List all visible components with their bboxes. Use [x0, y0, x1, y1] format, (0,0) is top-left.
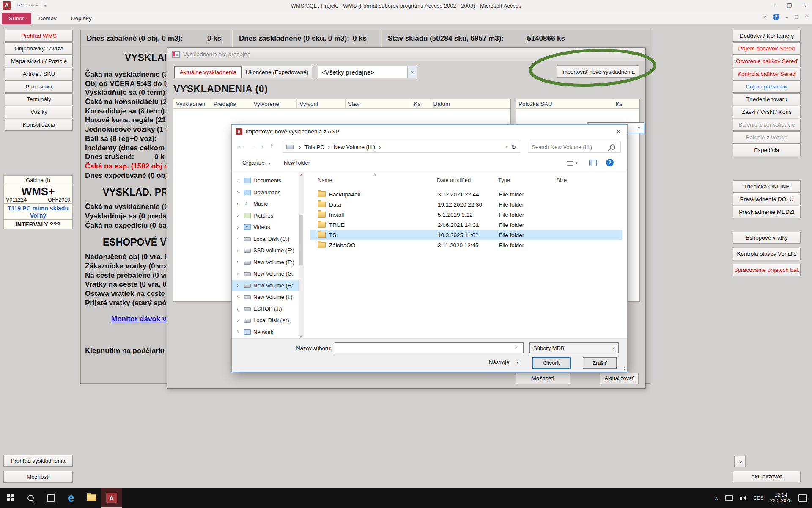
tree-item[interactable]: › ESHOP (J:) — [232, 303, 299, 315]
expand-chevron-icon[interactable]: › — [237, 318, 243, 323]
tree-item[interactable]: › Local Disk (C:) — [232, 233, 299, 245]
sidebar-action-button[interactable]: Triedička ONLINE — [733, 180, 801, 193]
child-restore-icon[interactable]: ❐ — [795, 14, 799, 20]
refresh-icon[interactable]: ↻ — [511, 144, 516, 150]
close-button[interactable]: × — [803, 3, 806, 9]
sidebar-action-button[interactable]: Príjem presunov — [733, 80, 801, 93]
tree-item[interactable]: › New Volume (H: — [232, 280, 299, 292]
expand-chevron-icon[interactable]: › — [237, 294, 243, 300]
sidebar-item[interactable]: Artikle / SKU — [5, 68, 73, 80]
column-date-modified[interactable]: Date modified — [437, 177, 498, 183]
display-icon[interactable] — [725, 495, 733, 501]
expand-chevron-icon[interactable]: › — [237, 306, 243, 312]
sidebar-action-button[interactable]: Kontrola stavov Venalio — [733, 248, 801, 260]
start-button[interactable] — [0, 488, 20, 508]
tab-aktualne-vyskladnenia[interactable]: Aktuálne vyskladnenia — [174, 66, 242, 78]
status-line[interactable]: Monitor dávok vy — [111, 315, 166, 323]
clock[interactable]: 12:14 22.3.2025 — [770, 492, 792, 503]
preview-pane-icon[interactable] — [589, 160, 597, 166]
ribbon-collapse-icon[interactable]: ˅ — [763, 14, 766, 19]
sort-ascending-icon[interactable]: ˄ — [373, 172, 376, 177]
overview-vyskladnenia-button[interactable]: Prehľad vyskladnenia — [3, 455, 73, 467]
up-icon[interactable]: ↑ — [270, 142, 273, 150]
tab-ukoncene-expedovane[interactable]: Ukončené (Expedované) — [242, 66, 312, 78]
chevron-down-icon[interactable]: ˅ — [407, 66, 417, 78]
expand-chevron-icon[interactable]: › — [237, 271, 243, 277]
expand-chevron-icon[interactable]: ˅ — [237, 329, 243, 335]
fil ename-input[interactable] — [335, 342, 524, 353]
expand-chevron-icon[interactable]: › — [237, 248, 243, 254]
scroll-down-icon[interactable]: ˅ — [300, 334, 302, 338]
sidebar-action-button[interactable]: Spracovanie prijatých bal. — [733, 264, 801, 276]
filetype-select[interactable]: Súbory MDB ˅ — [529, 342, 619, 353]
sidebar-action-button[interactable]: Príjem dodávok Sereď — [733, 42, 801, 55]
dialog-close-icon[interactable]: × — [637, 51, 640, 58]
hidden-icons-chevron[interactable]: ∧ — [715, 495, 718, 501]
expand-chevron-icon[interactable]: › — [237, 224, 243, 230]
dialog-titlebar[interactable]: Vyskladnenia pre predajne × — [167, 48, 645, 61]
tools-button[interactable]: Nástroje ▾ — [489, 359, 518, 365]
stat-value[interactable]: 5140866 ks — [527, 34, 565, 43]
column-type[interactable]: Type — [498, 177, 556, 183]
forward-icon[interactable]: → — [250, 142, 257, 150]
view-mode-dropdown-icon[interactable]: ▾ — [576, 161, 578, 165]
column-name[interactable]: Name — [310, 177, 437, 183]
sidebar-action-button[interactable]: Kontrola balíkov Sereď — [733, 68, 801, 80]
stat-value[interactable]: 0 ks — [353, 34, 367, 43]
tree-item[interactable]: › New Volume (G: — [232, 268, 299, 280]
notification-center-icon[interactable] — [798, 494, 807, 502]
open-button[interactable]: Otvoriť — [532, 357, 571, 369]
column-header[interactable]: Vyskladnen — [173, 99, 211, 108]
column-header[interactable]: Predajňa — [211, 99, 251, 108]
child-close-icon[interactable]: × — [805, 14, 808, 19]
new-folder-button[interactable]: New folder — [284, 160, 310, 166]
file-dialog-titlebar[interactable]: A Importovať nové vyskladnenia z ANP × — [232, 125, 627, 138]
expand-chevron-icon[interactable]: › — [237, 213, 243, 218]
language-indicator[interactable]: CES — [753, 495, 763, 500]
breadcrumb-new-volume-h[interactable]: New Volume (H:) — [334, 144, 375, 150]
tree-item[interactable]: ˅ Network — [232, 326, 299, 338]
help-icon[interactable]: ? — [773, 14, 779, 20]
tree-item[interactable]: › SSD volume (E:) — [232, 245, 299, 257]
tree-item[interactable]: › Downloads — [232, 187, 299, 199]
tree-item[interactable]: › Local Disk (X:) — [232, 315, 299, 326]
store-filter-select[interactable]: <Všetky predajne> ˅ — [318, 66, 417, 78]
refresh-button-right[interactable]: Aktualizovať — [733, 471, 801, 482]
column-header[interactable]: Stav — [346, 99, 411, 108]
sidebar-action-button[interactable]: Preskladnenie DOLU — [733, 193, 801, 205]
expand-chevron-icon[interactable]: › — [237, 236, 243, 242]
sidebar-action-button[interactable]: Balenie z vozíka — [733, 131, 801, 144]
sidebar-action-button[interactable]: Otvorenie balíkov Sereď — [733, 55, 801, 67]
file-row[interactable]: Backupa4all 3.12.2021 22:44 File folder — [310, 189, 622, 199]
tree-item[interactable]: › Documents — [232, 175, 299, 187]
import-vyskladnenia-button[interactable]: Importovať nové vyskladnenia — [557, 65, 639, 78]
sidebar-item[interactable]: Konsolidácia — [5, 119, 73, 131]
sidebar-action-button[interactable]: Eshopové vratky — [733, 232, 801, 244]
refresh-button-dialog[interactable]: Aktualizovať — [600, 373, 639, 384]
file-row[interactable]: TRUE 24.6.2021 14:31 File folder — [310, 220, 622, 230]
back-icon[interactable]: ← — [237, 142, 244, 150]
cancel-button[interactable]: Zrušiť — [583, 357, 617, 369]
minimize-button[interactable]: – — [773, 3, 776, 9]
expand-chevron-icon[interactable]: › — [237, 259, 243, 265]
sidebar-item[interactable]: Vozíky — [5, 106, 73, 118]
search-input[interactable] — [528, 144, 610, 151]
scroll-up-icon[interactable]: ∧ — [300, 173, 302, 177]
taskbar-search-button[interactable] — [20, 488, 41, 508]
tree-item[interactable]: › Music — [232, 198, 299, 210]
ribbon-tab[interactable]: Doplnky — [64, 13, 99, 24]
options-button-dialog[interactable]: Možnosti — [516, 373, 570, 384]
ribbon-tab[interactable]: Domov — [31, 13, 64, 24]
sidebar-item[interactable]: Terminály — [5, 93, 73, 105]
file-explorer-button[interactable] — [81, 488, 102, 508]
sidebar-item[interactable]: Objednávky / Avíza — [5, 42, 73, 55]
task-view-button[interactable] — [41, 488, 61, 508]
sidebar-action-button[interactable]: Triedenie tovaru — [733, 93, 801, 105]
file-row[interactable]: ZálohaOO 3.11.2020 12:45 File folder — [310, 240, 622, 250]
file-dialog-close-icon[interactable]: × — [616, 127, 620, 136]
tree-scrollbar[interactable]: ∧ ˅ — [299, 172, 304, 339]
sidebar-action-button[interactable]: Preskladnenie MEDZI — [733, 206, 801, 218]
filename-dropdown-icon[interactable]: ˅ — [515, 345, 518, 350]
column-size[interactable]: Size — [556, 177, 590, 183]
search-icon[interactable] — [610, 144, 615, 150]
